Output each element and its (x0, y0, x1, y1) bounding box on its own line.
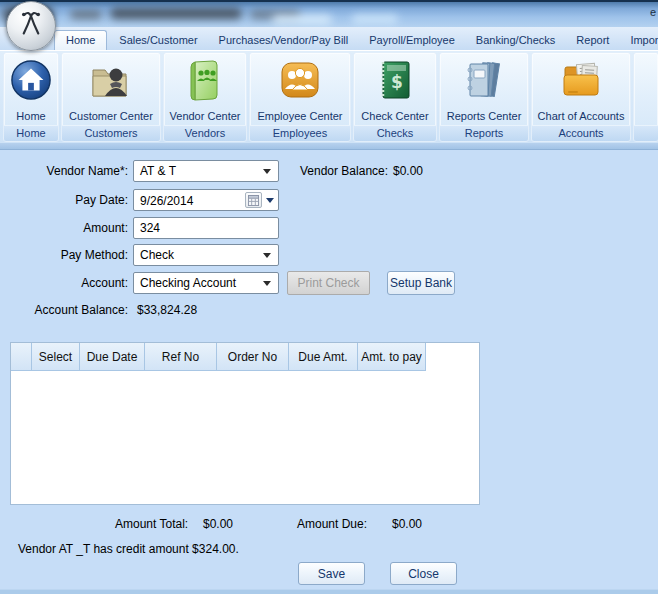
window-bottom-edge (0, 589, 658, 594)
close-button[interactable]: Close (390, 562, 457, 585)
title-bar-glare (272, 15, 332, 25)
ribbon-group-customer-center[interactable]: Customer Center Customers (61, 52, 161, 142)
setup-bank-button[interactable]: Setup Bank (387, 271, 455, 295)
pay-date-value: 9/26/2014 (140, 194, 193, 208)
account-value: Checking Account (140, 276, 236, 290)
pay-method-label: Pay Method: (10, 248, 128, 262)
calendar-icon[interactable] (245, 192, 262, 208)
vendor-credit-note: Vendor AT _T has credit amount $324.00. (18, 542, 239, 556)
title-bar: e (0, 0, 658, 27)
ribbon-group-caption: Accounts (532, 125, 630, 141)
column-header-select[interactable]: Select (32, 343, 80, 371)
ribbon-group-caption: Reports (440, 125, 528, 141)
ribbon-group-reports-center[interactable]: Reports Center Reports (439, 52, 529, 142)
tab-home[interactable]: Home (54, 30, 107, 50)
title-partial-text: e (650, 6, 656, 18)
chevron-down-icon (263, 169, 271, 174)
vendor-balance-label: Vendor Balance: (300, 164, 388, 178)
chevron-down-icon[interactable] (266, 198, 274, 203)
app-logo-icon (15, 7, 47, 45)
tab-purchases-vendor-pay-bill[interactable]: Purchases/Vendor/Pay Bill (210, 31, 358, 50)
title-bar-glare (352, 15, 398, 24)
column-header-amt-to-pay[interactable]: Amt. to pay (358, 343, 426, 371)
column-header-ref-no[interactable]: Ref No (145, 343, 217, 371)
check-center-icon: $ (376, 59, 414, 105)
amount-total-label: Amount Total: (115, 517, 188, 531)
tab-banking-checks[interactable]: Banking/Checks (467, 31, 565, 50)
ribbon-group-vendor-center[interactable]: Vendor Center Vendors (163, 52, 247, 142)
reports-center-icon (462, 59, 506, 105)
account-balance-value: $33,824.28 (137, 303, 197, 317)
ribbon-group-caption: Checks (354, 125, 436, 141)
column-header-due-amt[interactable]: Due Amt. (289, 343, 358, 371)
bills-table[interactable]: Select Due Date Ref No Order No Due Amt.… (10, 342, 480, 505)
amount-due-value: $0.00 (392, 517, 422, 531)
customer-center-icon (90, 60, 132, 104)
amount-input[interactable] (133, 217, 279, 239)
chevron-down-icon (263, 253, 271, 258)
ribbon-button-label: Chart of Accounts (532, 110, 630, 125)
employee-center-icon (279, 60, 321, 104)
save-button[interactable]: Save (298, 562, 365, 585)
ribbon-group-partial (633, 52, 658, 142)
chart-of-accounts-icon (560, 60, 602, 104)
amount-due-label: Amount Due: (297, 517, 367, 531)
ribbon-group-chart-of-accounts[interactable]: Chart of Accounts Accounts (531, 52, 631, 142)
vendor-balance-value: $0.00 (393, 164, 423, 178)
vendor-center-icon (185, 59, 225, 105)
ribbon-group-caption: Home (4, 125, 58, 141)
ribbon-button-label: Check Center (354, 110, 436, 125)
ribbon-group-check-center[interactable]: $ Check Center Checks (353, 52, 437, 142)
column-header-order-no[interactable]: Order No (217, 343, 289, 371)
pay-date-field[interactable]: 9/26/2014 (133, 189, 279, 211)
column-header-due-date[interactable]: Due Date (80, 343, 145, 371)
vendor-name-select[interactable]: AT & T (133, 160, 279, 182)
vendor-name-value: AT & T (140, 164, 176, 178)
ribbon-button-label: Customer Center (62, 110, 160, 125)
table-header-row: Select Due Date Ref No Order No Due Amt.… (11, 343, 479, 371)
ribbon: Home Home Customer Center Customers (0, 50, 658, 143)
chevron-down-icon (263, 281, 271, 286)
ribbon-group-caption: Customers (62, 125, 160, 141)
ribbon-tab-bar: Home Sales/Customer Purchases/Vendor/Pay… (0, 27, 658, 50)
pay-method-select[interactable]: Check (133, 244, 279, 266)
tab-payroll-employee[interactable]: Payroll/Employee (360, 31, 464, 50)
home-icon (10, 59, 52, 105)
amount-label: Amount: (10, 221, 128, 235)
amount-total-value: $0.00 (203, 517, 233, 531)
svg-text:$: $ (391, 72, 403, 92)
vendor-name-label: Vendor Name*: (10, 164, 128, 178)
account-label: Account: (10, 276, 128, 290)
ribbon-group-employee-center[interactable]: Employee Center Employees (249, 52, 351, 142)
blurred-title-text (110, 8, 242, 19)
tab-import-export[interactable]: Import/Expo (621, 31, 658, 50)
print-check-button[interactable]: Print Check (287, 271, 370, 295)
ribbon-button-label: Reports Center (440, 110, 528, 125)
app-window: e Home Sales/Customer Purchases/Vendor/P… (0, 0, 658, 594)
tab-sales-customer[interactable]: Sales/Customer (110, 31, 206, 50)
tab-report[interactable]: Report (567, 31, 618, 50)
ribbon-button-label: Home (4, 110, 58, 125)
blurred-title-text (70, 10, 102, 19)
pay-method-value: Check (140, 248, 174, 262)
ribbon-bottom-edge (0, 143, 658, 150)
ribbon-group-home[interactable]: Home Home (3, 52, 59, 142)
ribbon-group-caption: Employees (250, 125, 350, 141)
account-balance-label: Account Balance: (10, 303, 128, 317)
pay-date-label: Pay Date: (10, 193, 128, 207)
ribbon-button-label: Employee Center (250, 110, 350, 125)
ribbon-button-label: Vendor Center (164, 110, 246, 125)
ribbon-group-caption: Vendors (164, 125, 246, 141)
row-selector-header[interactable] (11, 343, 32, 371)
application-menu-button[interactable] (6, 1, 56, 51)
account-select[interactable]: Checking Account (133, 272, 279, 294)
